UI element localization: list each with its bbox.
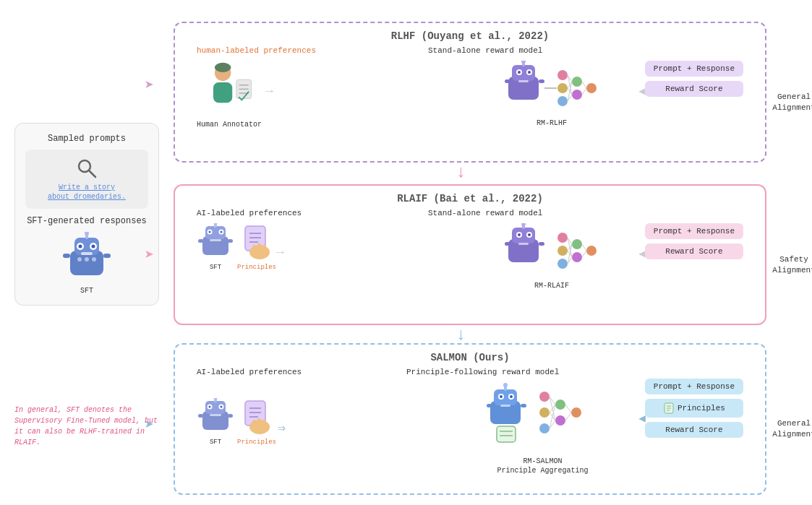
rm-rlaif-box: RM-RLAIF: [505, 223, 599, 290]
rm-rlaif-label: RM-RLAIF: [505, 282, 599, 290]
svg-point-131: [571, 407, 581, 418]
rlaif-sft-principles: SFT: [197, 223, 276, 271]
rlaif-inner: AI-labeled preferences Stand-alone rewar…: [182, 209, 758, 321]
svg-rect-67: [262, 245, 266, 255]
salmon-reward-score: Reward Score: [645, 422, 743, 438]
rlhf-section: RLHF (Ouyang et al., 2022) human-labeled…: [174, 22, 766, 163]
svg-rect-77: [505, 242, 510, 246]
rm-salmon-icon: [487, 381, 599, 453]
arrow-human-rm: →: [265, 84, 273, 98]
rm-salmon-label: RM-SALMON: [487, 457, 599, 465]
rm-salmon-box: RM-SALMON Principle Aggregating: [487, 381, 599, 475]
svg-rect-10: [81, 252, 93, 255]
svg-point-71: [521, 223, 526, 226]
salmon-pref-label: AI-labeled preferences: [197, 368, 302, 376]
rlhf-alignment-label: GeneralAlignment: [765, 91, 812, 113]
rlhf-reward-label: Stand-alone reward model: [428, 46, 542, 55]
left-note: In general, SFT denotes the Supervisory …: [14, 405, 159, 448]
salmon-principles-box: Principles: [645, 399, 743, 418]
rlaif-pr-boxes: Prompt + Response Reward Score: [645, 223, 743, 259]
arrow-sft-rm-rlaif: →: [276, 245, 284, 259]
rlaif-prompt-response: Prompt + Response: [645, 223, 743, 239]
svg-point-127: [539, 407, 550, 418]
svg-point-5: [85, 232, 89, 236]
svg-line-1: [89, 171, 95, 177]
svg-rect-103: [228, 414, 233, 418]
salmon-sft-principles: SFT Principles: [197, 382, 276, 446]
svg-point-55: [209, 231, 211, 233]
search-text: Write a storyabout dromedaries.: [33, 183, 141, 202]
arrow-left-salmon: ➤: [145, 415, 154, 435]
svg-line-47: [582, 88, 586, 95]
svg-rect-59: [228, 239, 233, 243]
salmon-section: SALMON (Ours) AI-labeled preferences Pri…: [174, 343, 766, 495]
salmon-sft-label: SFT: [197, 439, 234, 446]
svg-point-12: [85, 257, 89, 262]
sampled-prompts-title: Sampled prompts: [25, 134, 148, 144]
svg-point-74: [518, 233, 521, 236]
rlaif-sft-label: SFT: [197, 264, 234, 271]
svg-line-91: [582, 244, 586, 251]
sft-responses-title: SFT-generated responses: [25, 216, 148, 226]
arrow-left-rlaif: ➤: [145, 246, 154, 265]
svg-point-36: [557, 96, 568, 106]
salmon-title: SALMON (Ours): [182, 352, 758, 363]
svg-point-39: [586, 83, 597, 93]
rlaif-reward-score: Reward Score: [645, 243, 743, 259]
diagram-area: ➤ RLHF (Ouyang et al., 2022) human-label…: [174, 7, 795, 498]
rlhf-reward-score: Reward Score: [645, 81, 743, 97]
salmon-principles-icon: [238, 398, 275, 436]
sft-robot-label: SFT: [25, 287, 148, 295]
salmon-prin-agg-label: Principle Aggregating: [487, 467, 599, 475]
svg-point-37: [572, 77, 582, 87]
svg-point-128: [539, 423, 550, 433]
svg-rect-109: [252, 420, 256, 430]
svg-rect-33: [539, 79, 544, 83]
svg-point-83: [572, 252, 582, 262]
svg-rect-78: [539, 242, 544, 246]
human-annotator-label: Human Annotator: [197, 121, 262, 129]
svg-point-118: [500, 395, 503, 398]
svg-rect-14: [63, 254, 70, 258]
svg-rect-76: [518, 243, 529, 245]
rlhf-pref-label: human-labeled preferences: [197, 46, 316, 55]
rlaif-principles-icon: [238, 223, 275, 261]
rlaif-alignment-label: SafetyAlignment: [765, 254, 812, 276]
arrow-left-rlhf: ➤: [145, 76, 154, 95]
rlhf-title: RLHF (Ouyang et al., 2022): [182, 30, 758, 42]
svg-point-30: [528, 71, 531, 74]
svg-rect-65: [252, 245, 256, 255]
svg-point-38: [572, 90, 582, 100]
down-arrow-1: ↓: [456, 163, 466, 182]
salmon-prin-book-icon: [663, 402, 675, 414]
svg-rect-101: [210, 414, 221, 416]
rlaif-principles-label: Principles: [237, 264, 276, 271]
svg-point-56: [221, 231, 223, 233]
svg-point-81: [557, 259, 568, 269]
sft-robot-icon: [61, 232, 112, 282]
svg-rect-66: [257, 243, 261, 255]
svg-point-13: [92, 257, 96, 262]
svg-point-79: [557, 233, 568, 243]
svg-rect-18: [213, 82, 232, 103]
left-panel: Sampled prompts Write a storyabout drome…: [14, 123, 159, 306]
search-box: Write a storyabout dromedaries.: [25, 150, 148, 209]
rlaif-title: RLAIF (Bai et al., 2022): [182, 193, 758, 204]
svg-point-100: [221, 406, 223, 408]
human-annotator-box: Human Annotator: [197, 61, 262, 129]
svg-point-99: [209, 406, 211, 408]
salmon-prompt-response: Prompt + Response: [645, 379, 743, 394]
rm-rlaif-icon: [505, 223, 599, 277]
svg-rect-111: [262, 420, 266, 430]
salmon-alignment-label: GeneralAlignment: [765, 418, 812, 441]
human-annotator-icon: [202, 61, 257, 115]
svg-rect-120: [500, 405, 510, 407]
svg-rect-15: [103, 254, 111, 258]
svg-rect-121: [487, 404, 492, 407]
svg-point-82: [572, 239, 582, 249]
svg-rect-110: [257, 418, 261, 430]
rlhf-pr-boxes: Prompt + Response Reward Score: [645, 61, 743, 97]
svg-rect-32: [505, 79, 510, 83]
rlhf-inner: human-labeled preferences Stand-alone re…: [182, 46, 758, 158]
rm-rlhf-label: RM-RLHF: [505, 119, 599, 127]
